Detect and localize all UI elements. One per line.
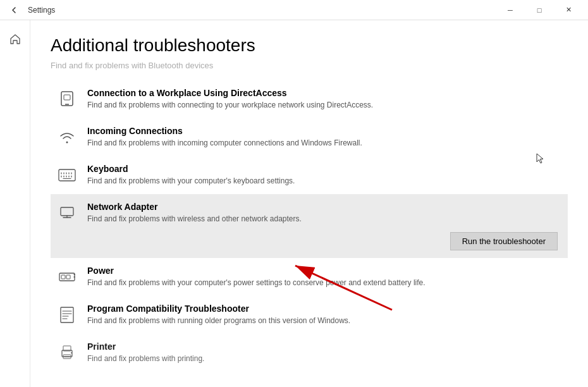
network-desc: Find and fix problems with wireless and … <box>87 214 563 224</box>
network-row: Network Adapter Find and fix problems wi… <box>56 202 563 224</box>
network-title: Network Adapter <box>87 202 563 212</box>
home-button[interactable] <box>4 28 27 51</box>
keyboard-desc: Find and fix problems with your computer… <box>87 176 563 187</box>
incoming-desc: Find and fix problems with incoming comp… <box>87 138 563 149</box>
directaccess-text: Connection to a Workplace Using DirectAc… <box>87 88 563 111</box>
svg-rect-20 <box>61 275 65 279</box>
svg-rect-21 <box>66 275 70 279</box>
main-content: Additional troubleshooters Find and fix … <box>0 20 588 387</box>
item-printer[interactable]: Printer Find and fix problems with print… <box>51 334 568 372</box>
directaccess-title: Connection to a Workplace Using DirectAc… <box>87 88 563 98</box>
close-button[interactable]: ✕ <box>554 0 583 20</box>
network-icon <box>56 202 78 224</box>
back-button[interactable] <box>5 1 23 19</box>
svg-rect-0 <box>61 92 73 106</box>
compat-icon <box>56 304 78 326</box>
page-title: Additional troubleshooters <box>51 35 568 56</box>
directaccess-desc: Find and fix problems with connecting to… <box>87 100 563 111</box>
item-keyboard[interactable]: Keyboard Find and fix problems with your… <box>51 156 568 194</box>
item-power[interactable]: Power Find and fix problems with your co… <box>51 258 568 296</box>
svg-rect-2 <box>64 95 70 100</box>
window-title: Settings <box>28 6 496 15</box>
window-controls: ─ □ ✕ <box>496 0 583 20</box>
printer-text: Printer Find and fix problems with print… <box>87 341 563 364</box>
item-incoming[interactable]: Incoming Connections Find and fix proble… <box>51 118 568 156</box>
main-panel: Additional troubleshooters Find and fix … <box>30 20 588 387</box>
item-directaccess[interactable]: Connection to a Workplace Using DirectAc… <box>51 80 568 118</box>
printer-desc: Find and fix problems with printing. <box>87 353 563 364</box>
svg-point-33 <box>71 352 72 353</box>
printer-icon <box>56 341 78 364</box>
directaccess-icon <box>56 88 78 111</box>
minimize-button[interactable]: ─ <box>496 0 525 20</box>
svg-point-3 <box>66 142 68 144</box>
incoming-title: Incoming Connections <box>87 126 563 136</box>
maximize-button[interactable]: □ <box>525 0 554 20</box>
svg-rect-4 <box>59 169 75 181</box>
compat-title: Program Compatibility Troubleshooter <box>87 304 563 314</box>
printer-title: Printer <box>87 341 563 352</box>
power-icon <box>56 266 78 288</box>
keyboard-icon <box>56 164 78 187</box>
svg-rect-16 <box>61 207 73 216</box>
compat-desc: Find and fix problems with running older… <box>87 316 563 326</box>
compat-text: Program Compatibility Troubleshooter Fin… <box>87 304 563 326</box>
incoming-text: Incoming Connections Find and fix proble… <box>87 126 563 149</box>
item-network[interactable]: Network Adapter Find and fix problems wi… <box>51 194 568 258</box>
svg-rect-19 <box>59 273 75 281</box>
run-troubleshooter-button[interactable]: Run the troubleshooter <box>450 232 558 250</box>
network-text: Network Adapter Find and fix problems wi… <box>87 202 563 224</box>
power-desc: Find and fix problems with your computer… <box>87 278 563 288</box>
power-title: Power <box>87 266 563 276</box>
title-bar: Settings ─ □ ✕ <box>0 0 588 20</box>
sidebar <box>0 20 30 387</box>
power-text: Power Find and fix problems with your co… <box>87 266 563 288</box>
run-btn-row: Run the troubleshooter <box>56 224 563 258</box>
item-compat[interactable]: Program Compatibility Troubleshooter Fin… <box>51 296 568 334</box>
svg-rect-24 <box>61 307 73 322</box>
keyboard-title: Keyboard <box>87 164 563 174</box>
keyboard-text: Keyboard Find and fix problems with your… <box>87 164 563 187</box>
incoming-icon <box>56 126 78 149</box>
page-subtitle: Find and fix problems with Bluetooth dev… <box>51 61 568 70</box>
